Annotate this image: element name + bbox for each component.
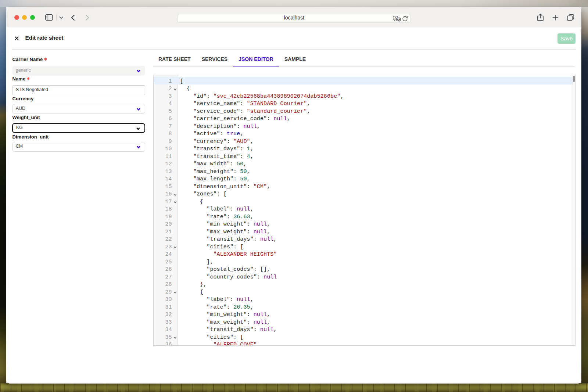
svg-text:A: A bbox=[394, 16, 397, 20]
svg-text:文: 文 bbox=[397, 18, 400, 21]
